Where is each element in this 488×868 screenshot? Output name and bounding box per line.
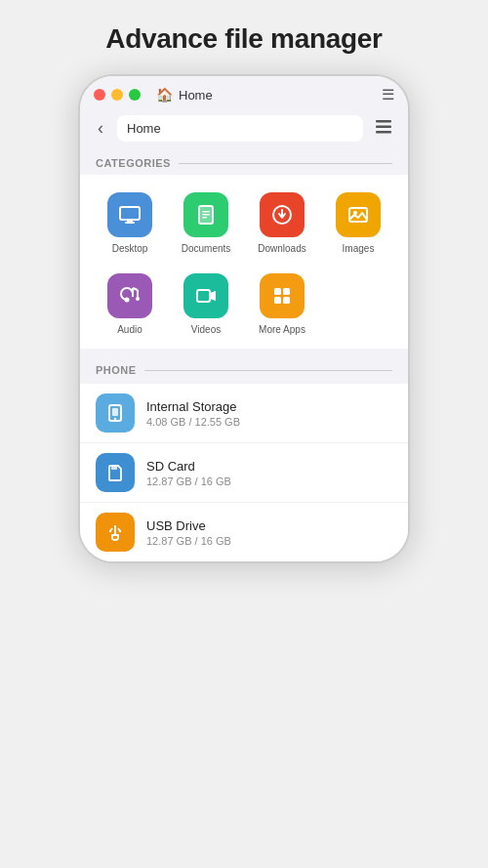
category-videos[interactable]: Videos: [168, 264, 244, 345]
svg-rect-4: [127, 220, 133, 222]
desktop-icon: [107, 192, 152, 237]
category-documents[interactable]: Documents: [168, 183, 244, 264]
back-button[interactable]: ‹: [92, 116, 109, 141]
category-downloads[interactable]: Downloads: [244, 183, 320, 264]
list-toggle-button[interactable]: [371, 116, 396, 142]
window-title: Home: [179, 88, 213, 103]
svg-point-33: [109, 530, 111, 532]
images-label: Images: [343, 243, 375, 254]
category-desktop[interactable]: Desktop: [92, 183, 168, 264]
sd-card-name: SD Card: [146, 459, 231, 474]
svg-rect-2: [376, 131, 391, 134]
category-images[interactable]: Images: [320, 183, 396, 264]
svg-point-26: [114, 418, 116, 420]
images-icon: [336, 192, 381, 237]
svg-rect-23: [283, 297, 290, 304]
desktop-label: Desktop: [112, 243, 148, 254]
sd-card-size: 12.87 GB / 16 GB: [146, 475, 231, 487]
documents-label: Documents: [182, 243, 231, 254]
svg-rect-10: [202, 217, 207, 219]
internal-storage-item[interactable]: Internal Storage 4.08 GB / 12.55 GB: [80, 384, 408, 443]
window-title-area: 🏠 Home: [156, 87, 213, 103]
categories-grid: Desktop Documents: [80, 175, 408, 349]
downloads-label: Downloads: [258, 243, 305, 254]
internal-storage-info: Internal Storage 4.08 GB / 12.55 GB: [146, 399, 240, 428]
svg-rect-25: [112, 408, 118, 416]
category-more-apps[interactable]: More Apps: [244, 264, 320, 345]
internal-storage-size: 4.08 GB / 12.55 GB: [146, 416, 240, 428]
close-button[interactable]: [94, 89, 105, 101]
svg-rect-21: [283, 288, 290, 295]
phone-header: PHONE: [80, 354, 408, 382]
svg-rect-3: [120, 207, 140, 220]
videos-label: Videos: [191, 324, 221, 335]
svg-rect-0: [376, 120, 391, 123]
sd-card-icon: [96, 453, 135, 492]
storage-list: Internal Storage 4.08 GB / 12.55 GB SD C…: [80, 384, 408, 561]
svg-rect-9: [202, 214, 210, 216]
usb-drive-info: USB Drive 12.87 GB / 16 GB: [146, 518, 231, 547]
usb-drive-item[interactable]: USB Drive 12.87 GB / 16 GB: [80, 503, 408, 561]
list-view-icon[interactable]: ☰: [382, 86, 394, 103]
svg-point-34: [119, 530, 121, 532]
svg-point-14: [125, 298, 130, 303]
svg-rect-19: [197, 290, 210, 302]
videos-icon: [183, 273, 228, 318]
svg-rect-8: [202, 211, 210, 213]
window-top-bar: 🏠 Home ☰: [80, 76, 408, 109]
svg-rect-22: [274, 297, 281, 304]
audio-icon: [107, 273, 152, 318]
svg-point-18: [136, 297, 140, 301]
more-apps-icon: [260, 273, 305, 318]
audio-label: Audio: [117, 324, 142, 335]
internal-storage-icon: [96, 393, 135, 433]
svg-rect-5: [125, 222, 135, 224]
categories-header: CATEGORIES: [80, 147, 408, 175]
usb-drive-size: 12.87 GB / 16 GB: [146, 535, 231, 547]
svg-rect-1: [376, 125, 391, 128]
usb-drive-name: USB Drive: [146, 518, 231, 533]
svg-rect-20: [274, 288, 281, 295]
home-icon: 🏠: [156, 87, 173, 103]
sd-card-info: SD Card 12.87 GB / 16 GB: [146, 459, 231, 487]
sd-card-item[interactable]: SD Card 12.87 GB / 16 GB: [80, 443, 408, 503]
usb-drive-icon: [96, 513, 135, 552]
downloads-icon: [260, 192, 305, 237]
more-apps-label: More Apps: [259, 324, 305, 335]
minimize-button[interactable]: [111, 89, 123, 101]
documents-icon: [183, 192, 228, 237]
phone-content: ‹ Home CATEGORIES: [80, 109, 408, 561]
internal-storage-name: Internal Storage: [146, 399, 240, 414]
category-audio[interactable]: Audio: [92, 264, 168, 345]
page-title: Advance file manager: [105, 23, 382, 55]
phone-frame: 🏠 Home ☰ ‹ Home CATEGORIES: [78, 74, 410, 563]
address-bar[interactable]: Home: [117, 115, 363, 142]
maximize-button[interactable]: [129, 89, 141, 101]
nav-bar: ‹ Home: [80, 109, 408, 147]
